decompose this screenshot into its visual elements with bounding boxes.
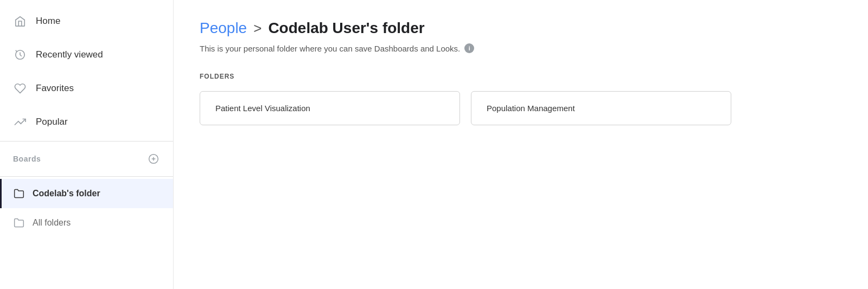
folder-icon <box>13 217 25 229</box>
sidebar-divider <box>0 141 173 142</box>
description-text: This is your personal folder where you c… <box>200 44 460 53</box>
all-folders-label: All folders <box>33 218 71 228</box>
folder-icon-active <box>13 188 25 200</box>
sidebar-divider-2 <box>0 176 173 177</box>
sidebar-item-codelab-folder[interactable]: Codelab's folder <box>0 179 173 208</box>
folder-card-patient-level-label: Patient Level Visualization <box>215 104 310 113</box>
sidebar-item-all-folders[interactable]: All folders <box>0 208 173 237</box>
sidebar-nav-home[interactable]: Home <box>0 4 173 38</box>
breadcrumb-separator: > <box>253 20 261 37</box>
sidebar-popular-label: Popular <box>36 117 68 127</box>
folders-grid: Patient Level Visualization Population M… <box>200 91 842 125</box>
sidebar-nav-favorites[interactable]: Favorites <box>0 72 173 105</box>
codelab-folder-label: Codelab's folder <box>33 189 100 198</box>
heart-icon <box>13 81 27 95</box>
clock-icon <box>13 48 27 62</box>
folder-card-patient-level[interactable]: Patient Level Visualization <box>200 91 460 125</box>
page-description: This is your personal folder where you c… <box>200 43 842 53</box>
breadcrumb-current: Codelab User's folder <box>268 20 424 37</box>
folders-section-title: FOLDERS <box>200 73 842 80</box>
folder-card-population-management-label: Population Management <box>487 104 575 113</box>
sidebar-nav-popular[interactable]: Popular <box>0 105 173 139</box>
folder-card-population-management[interactable]: Population Management <box>471 91 731 125</box>
boards-section-label: Boards <box>13 155 41 163</box>
sidebar-recently-viewed-label: Recently viewed <box>36 49 103 60</box>
info-icon[interactable]: i <box>464 43 474 53</box>
sidebar-home-label: Home <box>36 16 60 27</box>
sidebar: Home Recently viewed Favorites Popular <box>0 0 174 289</box>
breadcrumb-people-link[interactable]: People <box>200 20 247 37</box>
add-board-button[interactable] <box>147 152 160 165</box>
main-content: People > Codelab User's folder This is y… <box>174 0 868 289</box>
sidebar-nav-recently-viewed[interactable]: Recently viewed <box>0 38 173 72</box>
breadcrumb: People > Codelab User's folder <box>200 20 842 37</box>
trending-up-icon <box>13 115 27 129</box>
boards-section-header: Boards <box>0 144 173 174</box>
sidebar-favorites-label: Favorites <box>36 83 74 94</box>
home-icon <box>13 14 27 28</box>
